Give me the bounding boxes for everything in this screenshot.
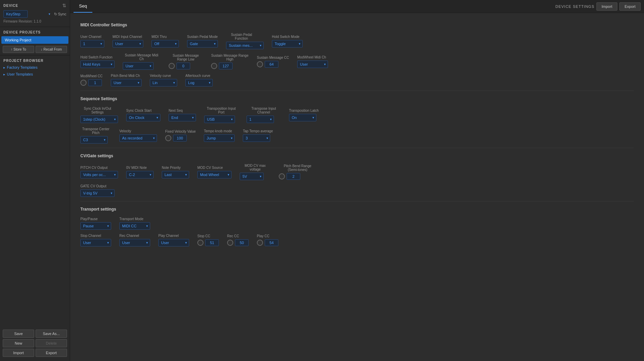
- pitch-bend-midi-ch-label: Pitch Bend Midi Ch: [111, 74, 140, 78]
- pitch-bend-range-knob[interactable]: [279, 173, 285, 179]
- working-project-item[interactable]: Working Project: [1, 36, 68, 44]
- transposition-latch-select[interactable]: On: [289, 114, 316, 121]
- play-channel-wrap: User: [158, 239, 189, 246]
- sustain-msg-range-high-label: Sustain Message Range High: [211, 54, 249, 61]
- play-pause-group: Play/Pause Pause: [80, 217, 111, 230]
- pitch-bend-range-pair: 2: [279, 173, 300, 180]
- mod-cv-max-voltage-label: MOD CV max voltage: [240, 164, 271, 171]
- modwheel-cc-label: ModWheel CC: [80, 74, 103, 78]
- import-button[interactable]: Import: [596, 2, 617, 11]
- store-to-label: ↑ Store To: [11, 48, 26, 51]
- device-settings-label: DEVICE SETTINGS: [555, 4, 594, 9]
- project-browser-title: PROJECT BROWSER: [0, 56, 70, 64]
- pitch-bend-midi-ch-select[interactable]: User: [111, 79, 142, 86]
- device-header: DEVICE ⇅: [0, 0, 70, 10]
- sequence-section-title: Sequence Settings: [80, 96, 634, 101]
- save-as-button[interactable]: Save As...: [36, 330, 67, 338]
- sustain-pedal-function-select[interactable]: Sustain mes...: [226, 42, 264, 49]
- ov-midi-note-select[interactable]: C-2: [126, 171, 154, 178]
- sustain-pedal-function-wrap: Sustain mes...: [226, 42, 264, 49]
- next-seq-select[interactable]: End: [169, 114, 196, 121]
- transpose-center-pitch-group: Transpose Center Pitch C3: [80, 127, 111, 144]
- play-channel-label: Play Channel: [158, 234, 179, 238]
- tab-seq[interactable]: Seq: [74, 0, 92, 13]
- tap-tempo-average-label: Tap Tempo average: [243, 129, 273, 133]
- play-pause-select[interactable]: Pause: [80, 222, 111, 230]
- sustain-pedal-mode-select[interactable]: Gate: [187, 40, 218, 48]
- tempo-knob-mode-label: Tempo knob mode: [204, 129, 232, 133]
- sustain-msg-cc-knob[interactable]: [257, 61, 263, 67]
- user-channel-select[interactable]: 1: [80, 40, 104, 48]
- main-content: Seq DEVICE SETTINGS Import Export MIDI C…: [70, 0, 644, 361]
- stop-cc-group: Stop CC 51: [197, 234, 219, 246]
- sidebar-import-button[interactable]: Import: [3, 349, 34, 357]
- mod-cv-max-voltage-select[interactable]: 5V: [240, 173, 264, 180]
- hold-switch-mode-group: Hold Switch Mode Toggle: [272, 35, 303, 48]
- aftertouch-curve-wrap: Log: [185, 79, 213, 86]
- user-channel-label: User Channel: [80, 35, 101, 39]
- recall-from-button[interactable]: ↓ Recall From: [36, 46, 67, 53]
- fixed-velocity-value-pair: 100: [165, 135, 187, 142]
- save-button[interactable]: Save: [3, 330, 34, 338]
- gate-cv-output-group: GATE CV Output V-trig 5V: [80, 184, 115, 197]
- midi-input-channel-select[interactable]: User: [113, 40, 143, 48]
- delete-button[interactable]: Delete: [36, 339, 67, 347]
- modwheel-cc-knob[interactable]: [80, 80, 87, 86]
- hold-switch-function-select[interactable]: Hold Keys: [80, 61, 115, 68]
- midi-thru-group: MIDI Thru Off: [152, 35, 179, 48]
- store-to-button[interactable]: ↑ Store To: [3, 46, 34, 53]
- sustain-msg-cc-pair: 64: [257, 61, 278, 68]
- rec-cc-knob[interactable]: [227, 240, 233, 246]
- play-pause-label: Play/Pause: [80, 217, 98, 221]
- pitch-cv-output-select[interactable]: Volts per oc...: [80, 171, 118, 178]
- sort-icon[interactable]: ⇅: [62, 3, 66, 8]
- stop-channel-label: Stop Channel: [80, 234, 101, 238]
- stop-cc-knob[interactable]: [197, 240, 203, 246]
- new-button[interactable]: New: [3, 339, 34, 347]
- play-cc-label: Play CC: [257, 234, 270, 238]
- sync-clock-select[interactable]: 1step (Clock): [80, 116, 118, 123]
- tap-tempo-average-select[interactable]: 3: [243, 134, 270, 142]
- note-priority-select[interactable]: Last: [162, 171, 189, 178]
- play-cc-knob[interactable]: [257, 240, 263, 246]
- stop-cc-pair: 51: [197, 239, 219, 246]
- export-button[interactable]: Export: [619, 2, 641, 11]
- sync-button[interactable]: ↻ Sync: [54, 12, 66, 16]
- store-recall-row: ↑ Store To ↓ Recall From: [0, 44, 70, 54]
- rec-channel-select[interactable]: User: [119, 239, 150, 246]
- user-templates-label: User Templates: [7, 72, 33, 76]
- user-templates-item[interactable]: ▸ User Templates: [0, 71, 70, 78]
- transposition-input-port-select[interactable]: USB: [204, 116, 235, 123]
- stop-channel-select[interactable]: User: [80, 239, 111, 246]
- hold-switch-mode-select[interactable]: Toggle: [272, 40, 303, 48]
- firmware-label: Firmware Revision:: [3, 19, 33, 23]
- velocity-select[interactable]: As recorded: [119, 134, 157, 142]
- sustain-msg-midi-ch-select[interactable]: User: [123, 62, 154, 70]
- mod-cv-source-label: MOD CV Source: [197, 166, 223, 170]
- pitch-bend-range-label: Pitch Bend Range (Semi-tones): [279, 164, 316, 172]
- modwheel-midi-ch-select[interactable]: User: [297, 61, 328, 68]
- transpose-center-pitch-select[interactable]: C3: [80, 136, 108, 144]
- sustain-msg-range-low-knob[interactable]: [169, 63, 175, 69]
- transpose-center-pitch-wrap: C3: [80, 136, 108, 144]
- velocity-curve-select[interactable]: Lin: [150, 79, 177, 86]
- sustain-msg-range-high-knob[interactable]: [211, 63, 217, 69]
- transpose-input-channel-select[interactable]: 1: [247, 116, 274, 123]
- aftertouch-curve-select[interactable]: Log: [185, 79, 213, 86]
- midi-thru-select[interactable]: Off: [152, 40, 179, 48]
- mod-cv-max-voltage-group: MOD CV max voltage 5V: [240, 164, 271, 180]
- play-channel-select[interactable]: User: [158, 239, 189, 246]
- sync-clock-start-select[interactable]: On Clock: [126, 114, 160, 121]
- device-section-title: DEVICE: [3, 4, 18, 8]
- next-seq-group: Next Seq End: [169, 109, 196, 121]
- sync-label: Sync: [58, 12, 66, 16]
- tempo-knob-mode-select[interactable]: Jump: [204, 134, 235, 142]
- mod-cv-source-select[interactable]: Mod Wheel: [197, 171, 232, 178]
- sidebar-export-button[interactable]: Export: [36, 349, 67, 357]
- fixed-velocity-knob[interactable]: [165, 135, 171, 141]
- transport-mode-select[interactable]: MIDI CC: [119, 222, 150, 230]
- stop-cc-value: 51: [205, 239, 219, 246]
- factory-templates-item[interactable]: ▸ Factory Templates: [0, 64, 70, 71]
- device-name-select[interactable]: KeyStep: [3, 10, 28, 18]
- gate-cv-output-select[interactable]: V-trig 5V: [80, 189, 115, 197]
